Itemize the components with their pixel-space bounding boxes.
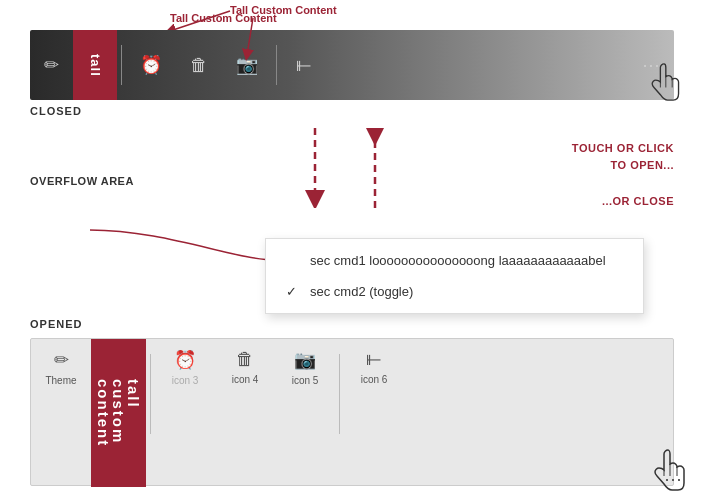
clock-icon[interactable]: ⏰ <box>126 30 176 100</box>
tall-button-closed[interactable]: tall <box>73 30 117 100</box>
icon6-tool[interactable]: ⫦ icon 6 <box>344 339 404 395</box>
icon5-label: icon 5 <box>292 375 319 386</box>
tall-annotation-text: Tall Custom Content <box>170 8 277 26</box>
icon5-tool[interactable]: 📷 icon 5 <box>275 339 335 396</box>
arrows-area <box>300 128 390 208</box>
theme-tool[interactable]: ✏ Theme <box>31 339 91 396</box>
divider-2 <box>276 45 277 85</box>
camera-icon-open: 📷 <box>294 349 316 371</box>
divider-1 <box>121 45 122 85</box>
arrow-up <box>360 128 390 208</box>
closed-label: CLOSED <box>30 105 82 117</box>
icon4-tool[interactable]: 🗑 icon 4 <box>215 339 275 395</box>
arrow-down <box>300 128 330 208</box>
tall-annotation-label: Tall Custom Content <box>170 12 277 24</box>
or-close-label: ...OR CLOSE <box>602 195 674 207</box>
trash-icon-open: 🗑 <box>236 349 254 370</box>
hand-cursor-opened <box>650 448 686 496</box>
edit-icon[interactable]: ✏ <box>30 30 73 100</box>
menu-item-1[interactable]: sec cmd1 looooooooooooooong laaaaaaaaaaa… <box>266 245 643 276</box>
overflow-menu: sec cmd1 looooooooooooooong laaaaaaaaaaa… <box>265 238 644 314</box>
camera-icon[interactable]: 📷 <box>222 30 272 100</box>
icon4-label: icon 4 <box>232 374 259 385</box>
icon3-label: icon 3 <box>172 375 199 386</box>
menu-item-1-label: sec cmd1 looooooooooooooong laaaaaaaaaaa… <box>310 253 606 268</box>
icon3-tool[interactable]: ⏰ icon 3 <box>155 339 215 396</box>
divider-open-1 <box>150 354 151 434</box>
check-mark-2: ✓ <box>286 284 302 299</box>
trash-icon[interactable]: 🗑 <box>176 30 222 100</box>
hand-cursor-closed <box>646 62 682 106</box>
resize-icon[interactable]: ⫦ <box>281 30 327 100</box>
edit-icon-open: ✏ <box>54 349 69 371</box>
icon6-label: icon 6 <box>361 374 388 385</box>
toolbar-closed: ✏ tall ⏰ 🗑 📷 ⫦ ⋯ <box>30 30 674 100</box>
overflow-arrow-annotation <box>85 220 285 274</box>
opened-label: OPENED <box>30 318 82 330</box>
theme-label: Theme <box>45 375 76 386</box>
check-empty-1 <box>286 253 302 268</box>
clock-icon-open: ⏰ <box>174 349 196 371</box>
resize-icon-open: ⫦ <box>365 349 383 370</box>
touch-label: TOUCH OR CLICK TO OPEN... <box>572 140 674 173</box>
toolbar-opened: ✏ Theme tallcustomcontent ⏰ icon 3 🗑 ico… <box>30 338 674 486</box>
menu-item-2[interactable]: ✓ sec cmd2 (toggle) <box>266 276 643 307</box>
tall-button-opened[interactable]: tallcustomcontent <box>91 339 146 487</box>
overflow-label: OVERFLOW AREA <box>30 175 134 187</box>
divider-open-2 <box>339 354 340 434</box>
menu-item-2-label: sec cmd2 (toggle) <box>310 284 413 299</box>
